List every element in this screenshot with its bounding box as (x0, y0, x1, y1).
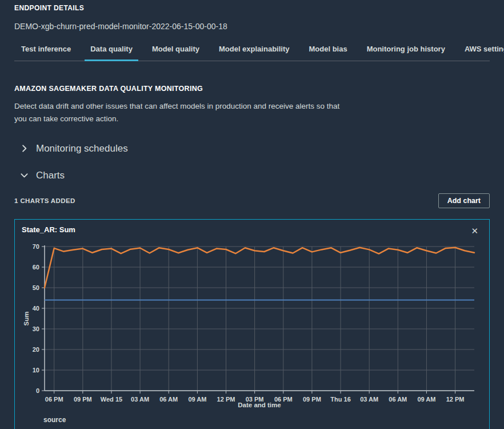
endpoint-name: DEMO-xgb-churn-pred-model-monitor-2022-0… (14, 22, 490, 31)
monitoring-schedules-label: Monitoring schedules (36, 143, 128, 154)
chevron-right-icon (20, 144, 29, 153)
page-title: ENDPOINT DETAILS (14, 4, 490, 12)
chart-legend: source Baseline Current (43, 416, 482, 429)
tab-monitoring-job-history[interactable]: Monitoring job history (361, 45, 451, 61)
svg-text:40: 40 (33, 305, 39, 312)
section-description: Detect data drift and other issues that … (14, 100, 350, 126)
charts-toolbar: 1 CHARTS ADDED Add chart (14, 193, 490, 208)
endpoint-details-page: ENDPOINT DETAILS DEMO-xgb-churn-pred-mod… (0, 0, 504, 429)
add-chart-button[interactable]: Add chart (438, 193, 490, 208)
svg-text:Wed 15: Wed 15 (101, 396, 122, 403)
chart-panel-header: State_AR: Sum ✕ (22, 225, 482, 236)
close-icon[interactable]: ✕ (467, 225, 482, 236)
charts-label: Charts (36, 170, 65, 181)
legend-title: source (43, 416, 482, 424)
svg-text:70: 70 (33, 243, 39, 250)
chevron-down-icon (20, 171, 29, 180)
svg-text:20: 20 (33, 346, 39, 353)
charts-expander[interactable]: Charts (14, 170, 490, 181)
svg-text:60: 60 (33, 264, 39, 271)
svg-text:09 PM: 09 PM (74, 396, 92, 403)
svg-text:09 AM: 09 AM (417, 396, 435, 403)
chart-panel: State_AR: Sum ✕ 01020304050607006 PM09 P… (14, 219, 490, 429)
svg-text:12 PM: 12 PM (446, 396, 465, 403)
tab-model-bias[interactable]: Model bias (303, 45, 353, 61)
svg-text:03 AM: 03 AM (360, 396, 378, 403)
line-chart: 01020304050607006 PM09 PMWed 1503 AM06 A… (22, 240, 482, 410)
svg-text:30: 30 (33, 325, 39, 332)
svg-text:12 PM: 12 PM (217, 396, 235, 403)
svg-text:50: 50 (33, 284, 39, 291)
svg-text:0: 0 (36, 387, 39, 394)
monitoring-schedules-expander[interactable]: Monitoring schedules (14, 143, 490, 154)
tab-bar: Test inference Data quality Model qualit… (14, 45, 490, 61)
svg-text:06 AM: 06 AM (159, 396, 178, 403)
section-heading: AMAZON SAGEMAKER DATA QUALITY MONITORING (14, 85, 490, 93)
svg-text:03 AM: 03 AM (131, 396, 149, 403)
tab-model-quality[interactable]: Model quality (146, 45, 205, 61)
svg-text:10: 10 (33, 367, 39, 374)
tab-data-quality[interactable]: Data quality (85, 45, 138, 61)
svg-text:Sum: Sum (23, 311, 30, 325)
chart-title: State_AR: Sum (22, 225, 75, 234)
svg-text:09 PM: 09 PM (303, 396, 321, 403)
svg-text:Thu 16: Thu 16 (330, 396, 350, 403)
charts-count-label: 1 CHARTS ADDED (14, 197, 75, 204)
svg-text:Date and time: Date and time (238, 402, 281, 408)
svg-text:06 AM: 06 AM (389, 396, 407, 403)
svg-text:06 PM: 06 PM (45, 396, 63, 403)
tab-test-inference[interactable]: Test inference (15, 45, 77, 61)
tab-aws-settings[interactable]: AWS settings (459, 45, 504, 61)
tab-model-explainability[interactable]: Model explainability (213, 45, 295, 61)
svg-text:09 AM: 09 AM (188, 396, 206, 403)
